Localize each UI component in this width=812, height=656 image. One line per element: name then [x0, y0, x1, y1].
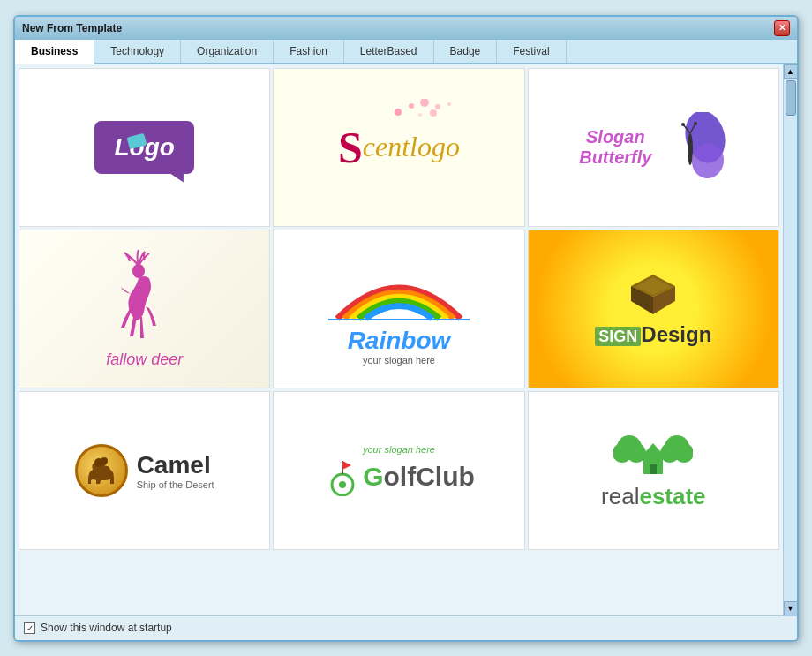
signdesign-text: SIGNDesign — [595, 322, 711, 347]
deer-icon — [105, 248, 184, 345]
svg-point-32 — [674, 443, 693, 463]
tab-bar: Business Technology Organization Fashion… — [15, 40, 797, 64]
template-deer[interactable]: fallow deer — [19, 230, 270, 388]
svg-point-4 — [447, 102, 451, 106]
deer-label: fallow deer — [105, 351, 184, 369]
tab-fashion[interactable]: Fashion — [274, 40, 344, 63]
template-logo[interactable]: Logo — [19, 68, 270, 227]
camel-circle — [75, 444, 128, 497]
scroll-up-arrow[interactable]: ▲ — [784, 64, 798, 79]
svg-point-6 — [430, 109, 437, 117]
realestate-icon — [613, 430, 693, 483]
svg-point-11 — [681, 123, 685, 126]
main-window: New From Template ✕ Business Technology … — [13, 15, 799, 642]
svg-point-9 — [688, 133, 693, 165]
camel-silhouette — [84, 454, 119, 487]
realestate-label: realestate — [601, 483, 706, 510]
svg-point-13 — [694, 122, 697, 125]
butterfly-icon — [657, 112, 727, 183]
scrollbar[interactable]: ▲ ▼ — [783, 64, 797, 615]
golf-content: your slogan here GolfClub — [323, 444, 475, 496]
footer: ✓ Show this window at startup — [15, 615, 797, 640]
golf-club-text: GolfClub — [363, 462, 475, 492]
scroll-down-arrow[interactable]: ▼ — [784, 601, 798, 615]
camel-content: Camel Ship of the Desert — [75, 444, 214, 497]
tab-technology[interactable]: Technology — [94, 40, 181, 63]
content-area: Logo — [15, 64, 797, 615]
scent-dots — [389, 99, 460, 121]
rainbow-slogan: your slogan here — [328, 355, 470, 366]
tab-organization[interactable]: Organization — [181, 40, 274, 63]
butterfly-text: Slogan Butterfly — [579, 127, 651, 168]
title-bar: New From Template ✕ — [15, 17, 797, 40]
logo-bubble-text: Logo — [94, 121, 193, 174]
startup-label: Show this window at startup — [41, 622, 172, 634]
svg-point-0 — [395, 109, 402, 116]
golf-slogan: your slogan here — [323, 444, 475, 455]
close-button[interactable]: ✕ — [774, 20, 790, 36]
template-camel[interactable]: Camel Ship of the Desert — [19, 391, 270, 550]
tab-festival[interactable]: Festival — [497, 40, 566, 63]
template-signdesign[interactable]: SIGNDesign — [528, 230, 779, 388]
template-golf[interactable]: your slogan here GolfClub — [273, 391, 524, 550]
scroll-thumb[interactable] — [786, 80, 796, 116]
realestate-content: realestate — [601, 430, 706, 510]
template-grid: Logo — [19, 68, 779, 550]
template-realestate[interactable]: realestate — [528, 391, 779, 550]
svg-point-26 — [339, 481, 346, 488]
camel-name: Camel — [137, 451, 214, 479]
rainbow-title: Rainbow — [328, 327, 470, 355]
window-title: New From Template — [22, 22, 122, 34]
svg-rect-35 — [650, 464, 657, 474]
svg-point-2 — [420, 99, 429, 107]
template-rainbow[interactable]: Rainbow your slogan here — [273, 230, 524, 388]
tab-business[interactable]: Business — [15, 40, 94, 64]
svg-point-22 — [101, 457, 108, 464]
svg-point-14 — [132, 264, 145, 278]
tab-letterbased[interactable]: LetterBased — [344, 40, 434, 63]
scentlogo-text: Scentlogo — [338, 125, 460, 170]
camel-slogan: Ship of the Desert — [137, 479, 214, 490]
svg-point-3 — [435, 104, 440, 109]
tab-badge[interactable]: Badge — [434, 40, 498, 63]
rainbow-arc — [328, 253, 470, 323]
template-butterfly[interactable]: Slogan Butterfly — [528, 68, 779, 227]
svg-marker-25 — [342, 461, 351, 470]
golf-icon — [323, 456, 363, 496]
svg-point-5 — [418, 113, 422, 117]
scroll-track — [785, 80, 797, 599]
camel-info: Camel Ship of the Desert — [137, 451, 214, 490]
startup-checkbox[interactable]: ✓ — [24, 622, 35, 634]
svg-point-29 — [627, 443, 646, 463]
svg-point-1 — [409, 103, 414, 109]
signdesign-box-icon — [627, 270, 680, 319]
template-grid-container[interactable]: Logo — [15, 64, 783, 615]
template-scentlogo[interactable]: Scentlogo — [273, 68, 524, 227]
